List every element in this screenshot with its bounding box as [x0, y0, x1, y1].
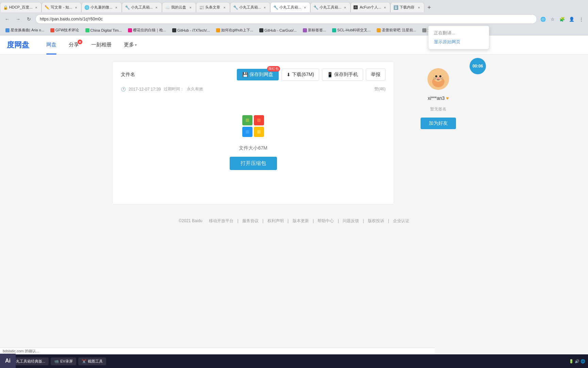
toolbar-icons: 🌐 ☆ 🧩 👤 ⋮ — [539, 15, 585, 23]
tab-favicon-6: 📰 — [199, 5, 204, 10]
save-to-netdisk-button[interactable]: 💾 保存到网盘 限红包 — [237, 69, 279, 80]
share-card-header: 文件名 💾 保存到网盘 限红包 ⬇ 下载(67M) — [121, 68, 386, 81]
tab-7[interactable]: 🔧 小丸工具箱... × — [230, 2, 270, 12]
tab-title-8: 小丸工具箱... — [279, 5, 301, 10]
bookmark-4[interactable]: 樱花住的白猫｜枪... — [125, 27, 169, 33]
nav-item-album[interactable]: 一刻相册 — [85, 35, 118, 55]
back-button[interactable]: ← — [3, 15, 12, 24]
footer-link-5[interactable]: 帮助中心 — [317, 218, 334, 223]
bookmark-7[interactable]: GitHub - CarGuo/... — [257, 28, 299, 33]
tab-3[interactable]: 🌐 小丸薯的微... × — [81, 2, 121, 12]
address-input[interactable]: https://pan.baidu.com/s/1qY60m0c — [35, 14, 537, 24]
tab-5[interactable]: ☁️ 我的云盘 × — [162, 2, 196, 12]
svg-point-14 — [439, 75, 441, 77]
nav-item-share[interactable]: 分享 ● — [63, 35, 85, 55]
tab-6[interactable]: 📰 头条文章 × — [196, 2, 230, 12]
footer-link-4[interactable]: 版本更新 — [293, 218, 309, 223]
share-badge: ● — [78, 40, 82, 44]
bookmark-2[interactable]: GFW技术评论 — [48, 27, 82, 33]
extension-icon[interactable]: 🧩 — [558, 15, 566, 23]
user-avatar — [427, 68, 449, 90]
tab-4[interactable]: 🔧 小丸工具箱... × — [122, 2, 162, 12]
nav-items: 网盘 分享 ● 一刻相册 更多 ▾ — [40, 35, 143, 55]
share-section: 文件名 💾 保存到网盘 限红包 ⬇ 下载(67M) — [112, 61, 394, 204]
tab-10[interactable]: 🅰 AcFun个人... × — [350, 2, 390, 12]
translate-icon[interactable]: 🌐 — [539, 15, 547, 23]
filename-label: 文件名 — [121, 72, 135, 78]
tab-bar: 🔒 HDCP_百度... × ✏️ 写文章 - 知... × 🌐 小丸薯的微..… — [0, 0, 588, 12]
tab-title-9: 小丸工具箱... — [320, 5, 341, 10]
bm-favicon-4 — [128, 28, 132, 32]
new-tab-button[interactable]: + — [424, 3, 434, 12]
tab-close-2[interactable]: × — [74, 5, 78, 10]
tab-title-4: 小丸工具箱... — [131, 5, 153, 10]
bm-favicon-8 — [303, 28, 307, 32]
tab-close-3[interactable]: × — [114, 5, 119, 10]
translating-text: 正在翻译... — [434, 30, 484, 36]
bookmark-3[interactable]: China Digital Tim... — [83, 28, 125, 33]
tab-close-7[interactable]: × — [262, 5, 267, 10]
tab-11[interactable]: ⬇️ 下载内容 × — [390, 2, 424, 12]
footer-link-6[interactable]: 问题反馈 — [343, 218, 359, 223]
tab-9[interactable]: 🔧 小丸工具箱... × — [310, 2, 350, 12]
bookmark-5[interactable]: GitHub - iTXTech/... — [169, 28, 213, 33]
tab-close-10[interactable]: × — [382, 5, 387, 10]
tab-close-11[interactable]: × — [416, 5, 421, 10]
download-button[interactable]: ⬇ 下载(67M) — [281, 68, 319, 81]
bm-favicon-7 — [259, 28, 263, 32]
add-friend-button[interactable]: 加为好友 — [421, 118, 456, 129]
bookmark-star-icon[interactable]: ☆ — [549, 15, 557, 23]
report-button[interactable]: 举报 — [366, 68, 386, 81]
bm-favicon-10 — [377, 28, 381, 32]
tab-8[interactable]: 🔧 小丸工具箱... × — [270, 2, 310, 12]
reload-button[interactable]: ↻ — [24, 15, 33, 24]
bookmark-9[interactable]: SCL-Hub科研交叉... — [329, 27, 373, 33]
profile-icon[interactable]: 👤 — [568, 15, 576, 23]
tab-close-9[interactable]: × — [343, 5, 347, 10]
footer-link-8[interactable]: 企业认证 — [393, 218, 409, 223]
phone-icon: 📱 — [327, 72, 333, 77]
share-center: 文件大小67M 打开压缩包 — [121, 99, 386, 184]
footer-link-1[interactable]: 移动开放平台 — [209, 218, 233, 223]
bookmark-1[interactable]: 星坐换奏曲| Aria o... — [3, 27, 47, 33]
nav-item-more[interactable]: 更多 ▾ — [118, 35, 143, 55]
tab-favicon-2: ✏️ — [45, 5, 49, 10]
tab-favicon-10: 🅰 — [354, 5, 358, 10]
file-icon — [240, 112, 267, 140]
bookmark-10[interactable]: 圣蕾前辈吧 注星前... — [374, 27, 419, 33]
footer-link-3[interactable]: 权利声明 — [267, 218, 284, 223]
tab-close-6[interactable]: × — [222, 5, 227, 10]
timer-circle: 00:06 — [470, 58, 486, 74]
tab-title-11: 下载内容 — [399, 5, 415, 10]
forward-button[interactable]: → — [14, 15, 22, 24]
page: 度网盘 网盘 分享 ● 一刻相册 更多 ▾ — [0, 35, 588, 257]
vip-badge: ♥ — [446, 95, 449, 101]
tab-2[interactable]: ✏️ 写文章 - 知... × — [42, 2, 81, 12]
tab-close-8[interactable]: × — [303, 5, 307, 10]
more-arrow-icon: ▾ — [135, 43, 137, 47]
bm-favicon-5 — [172, 28, 176, 32]
menu-icon[interactable]: ⋮ — [577, 15, 585, 23]
avatar-image — [427, 68, 449, 90]
tab-favicon-1: 🔒 — [3, 5, 8, 10]
tab-close-5[interactable]: × — [188, 5, 193, 10]
tab-close-1[interactable]: × — [34, 5, 38, 10]
tab-1[interactable]: 🔒 HDCP_百度... × — [0, 2, 42, 12]
tab-title-2: 写文章 - 知... — [51, 5, 72, 10]
bookmark-6[interactable]: 如何在github上下... — [213, 27, 256, 33]
tab-favicon-8: 🔧 — [273, 5, 278, 10]
open-archive-button[interactable]: 打开压缩包 — [230, 157, 277, 170]
share-count[interactable]: 赞(46) — [374, 86, 386, 92]
footer-link-7[interactable]: 版权投诉 — [368, 218, 384, 223]
footer-link-2[interactable]: 服务协议 — [242, 218, 259, 223]
bookmark-8[interactable]: 新标签签... — [300, 27, 329, 33]
tab-title-6: 头条文章 — [205, 5, 221, 10]
tab-favicon-3: 🌐 — [84, 5, 89, 10]
svg-rect-4 — [246, 119, 249, 122]
save-to-phone-button[interactable]: 📱 保存到手机 — [322, 68, 363, 81]
tab-favicon-7: 🔧 — [233, 5, 238, 10]
tab-close-4[interactable]: × — [154, 5, 159, 10]
nav-item-netdisk[interactable]: 网盘 — [40, 35, 63, 55]
bm-favicon-6 — [216, 28, 220, 32]
show-original-link[interactable]: 显示原始网页 — [434, 39, 484, 45]
